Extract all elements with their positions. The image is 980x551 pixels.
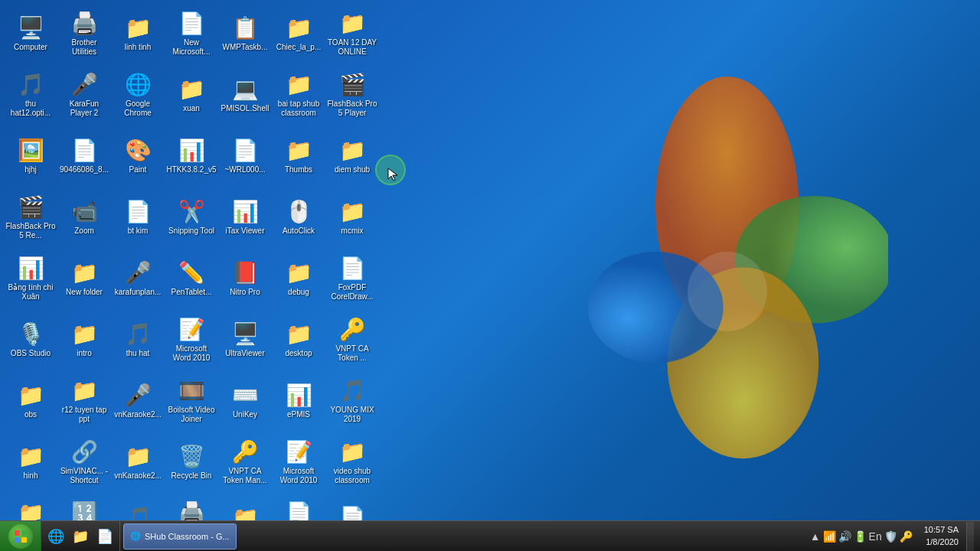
systray-arrow[interactable]: ▲ <box>810 530 821 543</box>
windows-logo <box>567 77 888 474</box>
desktop-icon-ultraviwer[interactable]: 🖥️ UltraViewer <box>218 310 272 370</box>
desktop-icon-epmis[interactable]: 📊 ePMIS <box>272 371 325 431</box>
desktop-icon-ms-word2010[interactable]: 📝 Microsoft Word 2010 <box>272 432 325 492</box>
show-desktop-button[interactable] <box>966 522 974 551</box>
desktop-icon-obs[interactable]: 🎙️ OBS Studio <box>4 310 57 370</box>
desktop-icon-karafun2[interactable]: 🎤 KaraFun Player 2 <box>57 65 111 125</box>
icon-image-bai-tap: 📁 <box>286 73 311 97</box>
desktop-icon-xuan[interactable]: 📁 xuan <box>165 65 218 125</box>
desktop-icon-young-mix[interactable]: 🎵 YOUNG MIX 2019 <box>325 371 379 431</box>
desktop-icon-bang-tinh-chi-xuan[interactable]: 📊 Bảng tính chi Xuân <box>4 249 57 308</box>
desktop-icon-wmp-taskbar[interactable]: 📋 WMPTaskb... <box>218 4 272 64</box>
desktop-icon-intro[interactable]: 📁 intro <box>57 310 111 370</box>
icon-label-recycle: Recycle Bin <box>172 471 212 481</box>
desktop-icon-toan12[interactable]: 📁 TOAN 12 DAY ONLINE <box>325 4 379 64</box>
desktop-icon-wrl000[interactable]: 📄 ~WRL000... <box>218 126 272 186</box>
icon-label-zoom: Zoom <box>74 227 94 236</box>
icon-label-bt-kim: bt kim <box>128 227 149 236</box>
desktop-icon-flashback5[interactable]: 🎬 FlashBack Pro 5 Player <box>325 65 379 125</box>
desktop-icon-obs2[interactable]: 📁 obs <box>4 371 57 431</box>
icon-label-htkk: HTKK3.8.2_v5 <box>166 165 216 174</box>
icon-label-toan12: TOAN 12 DAY ONLINE <box>327 38 377 57</box>
desktop-icon-vnpt-ca-token-man[interactable]: 🔑 VNPT CA Token Man... <box>218 432 272 492</box>
desktop-icon-90466086[interactable]: 📄 90466086_8... <box>57 126 111 186</box>
quick-pdf[interactable]: 📄 <box>93 525 116 548</box>
mouse-cursor <box>387 167 402 182</box>
desktop-icon-boilsoft[interactable]: 🎞️ Boilsoft Video Joiner <box>165 371 218 431</box>
desktop-icon-pentablet[interactable]: ✏️ PenTablet... <box>165 249 218 308</box>
systray-volume[interactable]: 🔊 <box>838 530 851 543</box>
start-button[interactable] <box>0 521 41 552</box>
desktop-icon-chiec-la[interactable]: 📁 Chiec_la_p... <box>272 4 325 64</box>
clock[interactable]: 10:57 SA 1/8/2020 <box>920 524 963 548</box>
desktop-icon-simvinac-shortcut[interactable]: 🔗 SimVINAC... - Shortcut <box>57 432 111 492</box>
icon-label-pentablet: PenTablet... <box>172 288 212 297</box>
icon-label-simvinac-shortcut: SimVINAC... - Shortcut <box>59 467 109 485</box>
icon-label-microsoft-word: Microsoft Word 2010 <box>166 344 217 363</box>
desktop-icon-computer[interactable]: 🖥️ Computer <box>4 4 57 64</box>
icon-image-pentablet: ✏️ <box>179 261 204 285</box>
desktop-icon-new-microsoft[interactable]: 📄 New Microsoft... <box>165 4 218 64</box>
desktop-icon-flashback-re[interactable]: 🎬 FlashBack Pro 5 Re... <box>4 187 57 247</box>
desktop-icon-debug[interactable]: 📁 debug <box>272 249 325 308</box>
svg-rect-7 <box>21 530 27 536</box>
desktop-icon-snipping[interactable]: ✂️ Snipping Tool <box>165 187 218 247</box>
clock-date: 1/8/2020 <box>924 536 959 548</box>
desktop-icon-mcmix[interactable]: 📁 mcmix <box>325 187 379 247</box>
desktop-icon-autoclick[interactable]: 🖱️ AutoClick <box>272 187 325 247</box>
icon-image-vnpt-ca-token: 🔑 <box>340 318 364 342</box>
icon-label-vnkaraoke2b: vnKaraoke2... <box>114 471 162 481</box>
desktop-icon-recycle[interactable]: 🗑️ Recycle Bin <box>165 432 218 492</box>
taskbar-item-shub[interactable]: 🌐 SHub Classroom - G... <box>123 523 237 549</box>
desktop-icon-vnpt-ca-token[interactable]: 🔑 VNPT CA Token ... <box>325 310 379 370</box>
desktop-icon-thu-hat12-opt[interactable]: 🎵 thu hat12.opti... <box>4 65 57 125</box>
desktop-icon-htkk[interactable]: 📊 HTKK3.8.2_v5 <box>165 126 218 186</box>
selection-highlight <box>375 155 406 185</box>
icon-image-obs2: 📁 <box>18 383 43 408</box>
desktop-icons: 🖥️ Computer 🖨️ Brother Utilities 📁 linh … <box>0 0 375 536</box>
desktop-icon-paint[interactable]: 🎨 Paint <box>111 126 165 186</box>
system-tray: ▲ 📶 🔊 🔋 En 🛡️ 🔑 10:57 SA 1/8/2020 <box>800 521 980 552</box>
desktop-icon-brother-utilities[interactable]: 🖨️ Brother Utilities <box>57 4 111 64</box>
quick-folder[interactable]: 📁 <box>69 525 92 548</box>
desktop-icon-pmisol[interactable]: 💻 PMISOL.Shell <box>218 65 272 125</box>
desktop-icon-bai-tap[interactable]: 📁 bai tap shub classroom <box>272 65 325 125</box>
desktop-icon-microsoft-word[interactable]: 📝 Microsoft Word 2010 <box>165 310 218 370</box>
quick-ie[interactable]: 🌐 <box>44 525 67 548</box>
systray-network[interactable]: 📶 <box>823 530 836 543</box>
icon-label-vnkaraoke2: vnKaraoke2... <box>114 410 162 419</box>
desktop-icon-video-shub[interactable]: 📁 video shub classroom <box>325 432 379 492</box>
desktop-icon-desktop-icon[interactable]: 📁 desktop <box>272 310 325 370</box>
taskbar-items: 🌐 SHub Classroom - G... <box>120 521 800 552</box>
icon-image-brother-utilities: 🖨️ <box>72 11 96 36</box>
desktop-icon-bt-kim[interactable]: 📄 bt kim <box>111 187 165 247</box>
desktop-icon-r12-tuyen-tap[interactable]: 📁 r12 tuyen tap ppt <box>57 371 111 431</box>
desktop-icon-new-folder[interactable]: 📁 New folder <box>57 249 111 308</box>
desktop-icon-hjhj[interactable]: 🖼️ hjhj <box>4 126 57 186</box>
systray-input[interactable]: En <box>869 530 882 543</box>
desktop-icon-zoom[interactable]: 📹 Zoom <box>57 187 111 247</box>
desktop-icon-karafunplan[interactable]: 🎤 karafunplan... <box>111 249 165 308</box>
desktop-icon-vnkaraoke2b[interactable]: 📁 vnKaraoke2... <box>111 432 165 492</box>
systray-security[interactable]: 🛡️ <box>884 530 897 543</box>
icon-label-brother-utilities: Brother Utilities <box>59 38 109 57</box>
desktop-icon-unikey[interactable]: ⌨️ UniKey <box>218 371 272 431</box>
desktop-icon-diem-shub[interactable]: 📁 diem shub <box>325 126 379 186</box>
icon-label-hjhj: hjhj <box>24 165 37 174</box>
icon-label-obs: OBS Studio <box>11 349 51 358</box>
desktop-icon-thumbs[interactable]: 📁 Thumbs <box>272 126 325 186</box>
taskbar: 🌐 📁 📄 🌐 SHub Classroom - G... ▲ 📶 🔊 🔋 En… <box>0 520 980 551</box>
icon-image-epmis: 📊 <box>286 383 311 408</box>
desktop-icon-nitro[interactable]: 📕 Nitro Pro <box>218 249 272 308</box>
desktop-icon-google-chrome[interactable]: 🌐 Google Chrome <box>111 65 165 125</box>
desktop-icon-hinh[interactable]: 📁 hinh <box>4 432 57 492</box>
desktop-icon-linh-tinh[interactable]: 📁 linh tinh <box>111 4 165 64</box>
desktop-icon-itax[interactable]: 📊 iTax Viewer <box>218 187 272 247</box>
icon-label-vnpt-ca-token: VNPT CA Token ... <box>327 344 377 363</box>
icon-label-unikey: UniKey <box>233 410 257 419</box>
icon-label-karafun2: KaraFun Player 2 <box>59 99 109 118</box>
desktop-icon-vnkaraoke2[interactable]: 🎤 vnKaraoke2... <box>111 371 165 431</box>
desktop-icon-foxpdf[interactable]: 📄 FoxPDF CorelDraw... <box>325 249 379 308</box>
systray-vnpt[interactable]: 🔑 <box>900 530 913 543</box>
desktop-icon-thu-hat[interactable]: 🎵 thu hat <box>111 310 165 370</box>
